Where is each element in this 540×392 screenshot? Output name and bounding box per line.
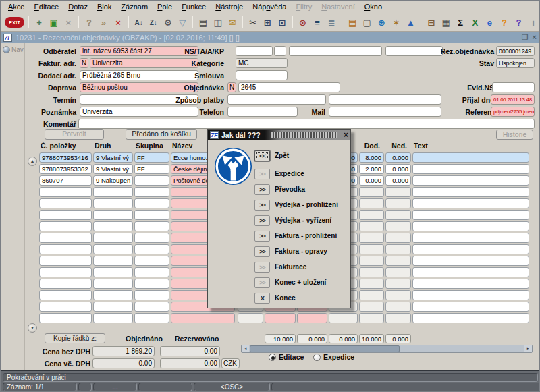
table-cell[interactable]: 9788073953362 — [39, 164, 92, 174]
table-cell[interactable] — [134, 279, 169, 289]
help-orange-icon[interactable]: ? — [497, 16, 511, 29]
table-cell[interactable] — [171, 313, 235, 323]
sigma-icon[interactable]: Σ — [454, 16, 467, 29]
table-cell[interactable] — [134, 290, 169, 300]
ns-field-1[interactable] — [236, 46, 273, 56]
table-cell[interactable] — [359, 256, 384, 266]
table-cell[interactable]: 0.000 — [385, 152, 411, 163]
list-icon[interactable]: ≡ — [310, 16, 324, 29]
dialog-button-v-dejka-vy-zen-[interactable]: >> — [254, 215, 270, 226]
filter-icon[interactable]: ▽ — [176, 16, 190, 29]
table-cell[interactable] — [39, 198, 92, 208]
table-cell[interactable] — [39, 233, 92, 243]
table-cell[interactable] — [359, 302, 384, 312]
table-cell[interactable] — [359, 233, 384, 243]
potvrdit-button[interactable]: Potvrdit — [45, 129, 104, 140]
table-cell[interactable] — [134, 210, 169, 220]
table-scroll-down-icon[interactable]: ▼ — [28, 323, 37, 333]
table-cell[interactable] — [385, 244, 411, 254]
table-cell[interactable] — [39, 256, 92, 266]
help-purple-icon[interactable]: ? — [512, 16, 526, 29]
zpusob-platby-field[interactable] — [227, 94, 326, 105]
table-cell[interactable] — [385, 302, 411, 312]
table-cell[interactable] — [385, 290, 411, 300]
menu-item-funkce[interactable]: Funkce — [177, 1, 211, 12]
table-cell[interactable] — [385, 233, 411, 243]
table-cell[interactable] — [412, 256, 529, 266]
table-cell[interactable] — [297, 313, 327, 323]
cancel-icon[interactable]: × — [62, 16, 76, 29]
table-cell[interactable]: 9 Vlastní vý — [93, 164, 133, 174]
table-cell[interactable] — [93, 313, 133, 323]
sort-asc-icon[interactable]: A↓ — [132, 16, 146, 29]
restore-window-icon[interactable]: ❐ — [522, 33, 529, 42]
stav-field[interactable]: Uspokojen — [496, 58, 535, 68]
wheel-icon[interactable]: ✶ — [389, 16, 403, 29]
table-cell[interactable] — [238, 313, 263, 323]
kopie-radku-button[interactable]: Kopie řádků z: — [45, 333, 105, 343]
kategorie-field[interactable]: MC — [236, 58, 288, 68]
smlouva-field[interactable] — [236, 70, 288, 80]
table-cell[interactable] — [385, 221, 411, 231]
table-cell[interactable] — [385, 210, 411, 220]
objednavka-field[interactable]: 2645 — [238, 82, 340, 92]
table-cell[interactable]: 9788073953416 — [39, 152, 92, 163]
table-cell[interactable] — [359, 198, 384, 208]
close-window-icon[interactable]: × — [533, 33, 537, 42]
table-cell[interactable] — [412, 175, 529, 186]
rez-objednavka-field[interactable]: 0000001249 — [496, 46, 535, 56]
table-cell[interactable] — [39, 267, 92, 277]
table-cell[interactable] — [134, 256, 169, 266]
table-cell[interactable] — [39, 302, 92, 312]
dialog-button-p-evodka[interactable]: >> — [254, 184, 270, 195]
table-cell[interactable] — [359, 313, 384, 323]
table-cell[interactable] — [359, 267, 384, 277]
telefon-field[interactable] — [227, 107, 298, 117]
scrollbar-thumb[interactable] — [250, 345, 400, 352]
dialog-close-icon[interactable]: × — [344, 130, 348, 140]
table-cell[interactable] — [412, 164, 529, 174]
menu-item-filtry[interactable]: Filtry — [291, 1, 317, 12]
table-cell[interactable] — [412, 187, 529, 197]
dialog-button-konec-ulo-en-[interactable]: >> — [254, 277, 270, 288]
globe-icon[interactable]: ⊕ — [375, 16, 389, 29]
calculator-icon[interactable]: ▦ — [439, 16, 453, 29]
ns-field-2[interactable] — [274, 46, 286, 56]
referent-field[interactable]: prijmeni2755 jmen — [491, 107, 535, 117]
info-icon[interactable]: i — [526, 16, 540, 29]
insert-record-icon[interactable]: + — [32, 16, 46, 29]
predano-do-kosiku-button[interactable]: Předáno do košíku — [126, 129, 197, 140]
table-cell[interactable] — [412, 244, 529, 254]
copy-icon[interactable]: ⊞ — [261, 16, 274, 29]
table-cell[interactable] — [412, 221, 529, 231]
table-cell[interactable] — [93, 244, 133, 254]
table-cell[interactable] — [93, 279, 133, 289]
dialog-button-faktura-prohl-en-[interactable]: >> — [254, 231, 270, 242]
table-cell[interactable] — [385, 256, 411, 266]
table-cell[interactable] — [412, 267, 529, 277]
menu-item-nastavení[interactable]: Nastavení — [317, 1, 360, 12]
komentar-field[interactable] — [78, 119, 535, 129]
table-cell[interactable] — [412, 302, 529, 312]
table-cell[interactable] — [329, 313, 358, 323]
table-cell[interactable]: 2.000 — [359, 164, 384, 174]
table-cell[interactable] — [93, 187, 133, 197]
scroll-left-icon[interactable]: ◂ — [242, 345, 249, 352]
table-cell[interactable] — [359, 221, 384, 231]
table-cell[interactable] — [93, 233, 133, 243]
table-cell[interactable] — [385, 313, 411, 323]
print-preview-icon[interactable]: ◫ — [211, 16, 225, 29]
table-cell[interactable]: 9 Nakoupen — [93, 175, 133, 186]
table-cell[interactable]: 0.000 — [385, 175, 411, 186]
objednavka-flag-field[interactable]: N — [227, 82, 236, 92]
table-cell[interactable] — [359, 210, 384, 220]
ns-field-3[interactable] — [289, 46, 382, 56]
dialog-button-faktura-opravy[interactable]: >> — [254, 246, 270, 257]
dialog-button-fakturace[interactable]: >> — [254, 262, 270, 273]
menu-item-nápověda[interactable]: Nápověda — [248, 1, 291, 12]
dialog-button-zp-t[interactable]: << — [254, 150, 270, 161]
mountain-icon[interactable]: ▲ — [404, 16, 418, 29]
table-scroll-up-icon[interactable]: ▲ — [28, 157, 37, 166]
card-icon[interactable]: ▤ — [346, 16, 359, 29]
window-title-bar[interactable]: 7F 10231 - Rezervační objednávky (OBZAKP… — [1, 32, 540, 43]
